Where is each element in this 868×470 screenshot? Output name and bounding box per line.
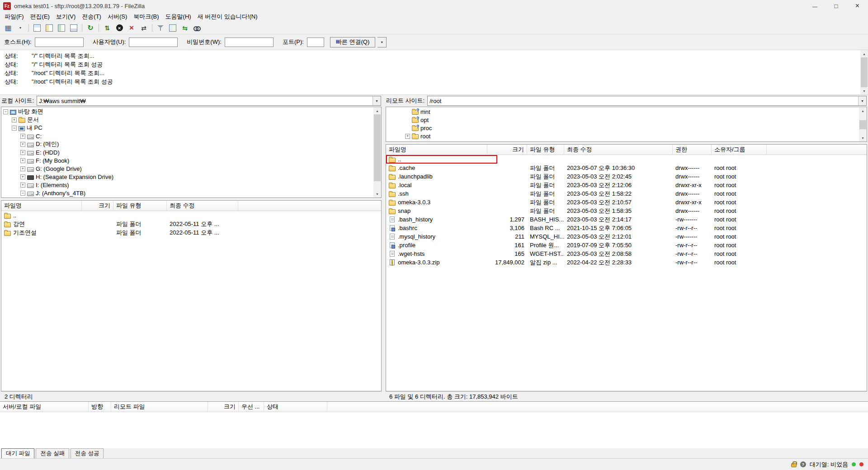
tree-item[interactable]: −내 PC [1, 124, 373, 132]
tree-item[interactable]: +root [386, 132, 859, 140]
scroll-down-icon[interactable] [859, 134, 867, 141]
tree-expander[interactable]: + [20, 183, 25, 188]
process-queue-button[interactable] [101, 23, 113, 33]
tree-expander[interactable]: + [20, 166, 25, 171]
file-row[interactable]: 강연파일 폴더2022-05-11 오후 ... [1, 220, 381, 228]
file-row[interactable]: .cache파일 폴더2023-05-07 오후 10:36:30drwx---… [386, 164, 867, 172]
menu-item[interactable]: 전송(T) [79, 12, 104, 22]
tree-item[interactable]: proc [386, 124, 859, 132]
filter-button[interactable] [155, 23, 166, 33]
tree-item[interactable]: +D: (메인) [1, 140, 373, 148]
scroll-down-icon[interactable] [860, 87, 868, 94]
local-site-combo[interactable]: J:₩aws summit₩ [37, 96, 381, 106]
quickconnect-dropdown-icon[interactable] [377, 37, 387, 47]
column-header-owner[interactable]: 소유자/그룹 [712, 145, 767, 155]
cancel-button[interactable] [113, 23, 125, 33]
tree-expander[interactable]: − [3, 109, 8, 114]
scroll-down-icon[interactable] [373, 190, 381, 197]
file-row[interactable]: omeka-3.0.3파일 폴더2023-05-03 오전 2:10:57drw… [386, 198, 867, 207]
menu-item[interactable]: 북마크(B) [130, 12, 162, 22]
disconnect-button[interactable] [126, 23, 137, 33]
username-input[interactable] [129, 38, 178, 47]
queue-tab[interactable]: 전송 성공 [71, 448, 104, 459]
refresh-button[interactable] [85, 23, 96, 33]
file-row[interactable]: snap파일 폴더2023-05-03 오전 1:58:35drwx------… [386, 207, 867, 215]
column-header-name[interactable]: 파일명 [386, 145, 487, 155]
file-row[interactable]: .. [386, 155, 867, 164]
column-header-qpri[interactable]: 우선 ... [239, 402, 264, 412]
column-header-type[interactable]: 파일 유형 [113, 201, 167, 211]
file-row[interactable]: .mysql_history211MYSQL_HI...2023-05-03 오… [386, 232, 867, 241]
tree-expander[interactable]: + [405, 134, 410, 139]
file-row[interactable]: .profile161Profile 원...2019-07-09 오후 7:0… [386, 241, 867, 249]
menu-item[interactable]: 편집(E) [27, 12, 53, 22]
local-tree-scrollbar[interactable] [373, 107, 381, 197]
quickconnect-button[interactable]: 빠른 연결(Q) [330, 37, 375, 47]
tree-item[interactable]: −바탕 화면 [1, 108, 373, 116]
file-row[interactable]: .bashrc3,106Bash RC ...2021-10-15 오후 7:0… [386, 224, 867, 232]
file-row[interactable]: .wget-hsts165WGET-HST...2023-05-03 오전 2:… [386, 249, 867, 258]
column-header-mod[interactable]: 최종 수정 [167, 201, 238, 211]
reconnect-button[interactable] [138, 23, 150, 33]
toggle-remote-tree-button[interactable] [56, 23, 67, 33]
tree-item[interactable]: +C: [1, 132, 373, 140]
column-header-size[interactable]: 크기 [82, 201, 113, 211]
column-header-qremote[interactable]: 리모트 파일 [111, 402, 208, 412]
scroll-up-icon[interactable] [859, 107, 867, 114]
tree-item[interactable]: +E: (HDD) [1, 148, 373, 156]
file-row[interactable]: .local파일 폴더2023-05-03 오전 2:12:06drwxr-xr… [386, 181, 867, 189]
file-row[interactable]: .ssh파일 폴더2023-05-03 오전 1:58:22drwx------… [386, 189, 867, 198]
tree-expander[interactable]: + [12, 118, 17, 122]
scroll-up-icon[interactable] [860, 50, 868, 57]
password-input[interactable] [225, 38, 274, 47]
tree-expander[interactable]: + [20, 158, 25, 163]
column-header-size[interactable]: 크기 [487, 145, 527, 155]
tree-expander[interactable]: − [12, 126, 17, 131]
column-header-mod[interactable]: 최종 수정 [564, 145, 673, 155]
host-input[interactable] [35, 38, 84, 47]
column-header-qstatus[interactable]: 상태 [264, 402, 327, 412]
tree-expander[interactable]: + [20, 142, 25, 147]
tree-expander[interactable]: − [20, 191, 25, 196]
tree-item[interactable]: mnt [386, 108, 859, 116]
column-header-type[interactable]: 파일 유형 [527, 145, 564, 155]
synchronized-browsing-button[interactable] [179, 23, 191, 33]
menu-item[interactable]: 파일(F) [1, 12, 27, 22]
file-row[interactable]: .. [1, 211, 381, 220]
tree-item[interactable]: +문서 [1, 116, 373, 124]
combo-dropdown-icon[interactable] [858, 96, 866, 105]
queue-tab[interactable]: 대기 파일 [1, 448, 34, 459]
scroll-up-icon[interactable] [373, 107, 381, 114]
tree-expander[interactable]: + [20, 174, 25, 179]
tree-item[interactable]: +G: (Google Drive) [1, 164, 373, 173]
menu-item[interactable]: 새 버전이 있습니다!(N) [194, 12, 261, 22]
menu-item[interactable]: 보기(V) [53, 12, 79, 22]
toggle-transfer-queue-button[interactable] [68, 23, 80, 33]
file-row[interactable]: .launchpadlib파일 폴더2023-05-03 오전 2:02:45d… [386, 172, 867, 181]
tree-item[interactable]: opt [386, 116, 859, 124]
site-manager-button[interactable] [2, 23, 14, 33]
close-button[interactable] [847, 0, 868, 12]
tree-item[interactable]: +H: (Seagate Expansion Drive) [1, 173, 373, 181]
column-header-perm[interactable]: 권한 [673, 145, 712, 155]
site-manager-dropdown-button[interactable] [14, 23, 26, 33]
file-row[interactable]: .bash_history1,297BASH_HIS...2023-05-03 … [386, 215, 867, 224]
toggle-local-tree-button[interactable] [43, 23, 55, 33]
tree-item[interactable]: −J: (Anthony's_4TB) [1, 189, 373, 197]
remote-site-combo[interactable]: /root [427, 96, 867, 106]
port-input[interactable] [307, 38, 324, 47]
find-files-button[interactable] [191, 23, 203, 33]
tree-expander[interactable]: + [20, 150, 25, 155]
tree-item[interactable]: +I: (Elements) [1, 181, 373, 189]
column-header-qdir[interactable]: 방향 [89, 402, 111, 412]
tree-expander[interactable]: + [20, 134, 25, 139]
log-scrollbar[interactable] [860, 50, 868, 94]
menu-item[interactable]: 도움말(H) [162, 12, 194, 22]
column-header-name[interactable]: 파일명 [1, 201, 82, 211]
column-header-qsize[interactable]: 크기 [208, 402, 239, 412]
toggle-message-log-button[interactable] [31, 23, 43, 33]
minimize-button[interactable] [804, 0, 826, 12]
compare-directories-button[interactable] [167, 23, 179, 33]
column-header-qserver[interactable]: 서버/로컬 파일 [0, 402, 89, 412]
remote-tree-scrollbar[interactable] [859, 107, 867, 141]
